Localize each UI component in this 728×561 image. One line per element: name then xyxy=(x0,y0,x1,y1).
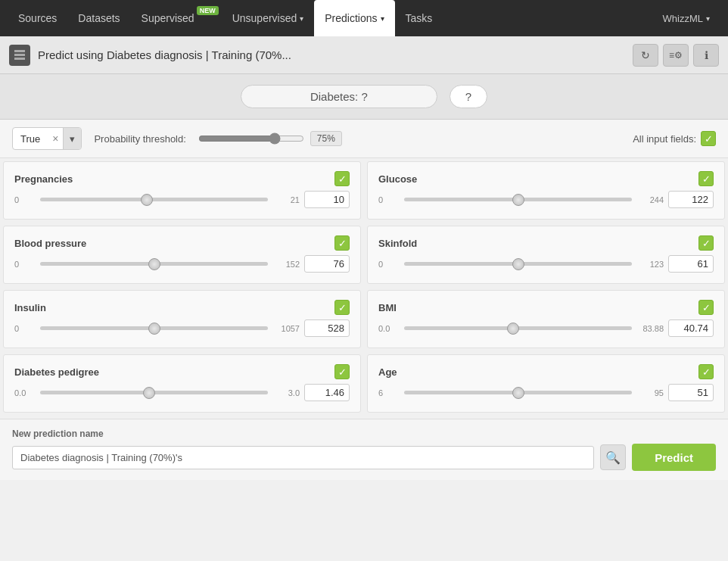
unsupervised-arrow-icon: ▾ xyxy=(300,14,303,23)
slider-thumb[interactable] xyxy=(507,323,519,335)
all-fields-checkbox[interactable]: ✓ xyxy=(701,131,716,146)
field-name: Glucose xyxy=(378,173,417,185)
field-value-input[interactable] xyxy=(304,255,350,273)
all-fields-wrap: All input fields: ✓ xyxy=(633,131,716,146)
field-checkbox[interactable]: ✓ xyxy=(698,364,714,379)
true-select-clear[interactable]: × xyxy=(48,132,63,145)
slider-track xyxy=(404,326,632,330)
info-icon: ℹ xyxy=(705,49,708,61)
slider-wrap xyxy=(404,257,632,272)
slider-wrap xyxy=(40,385,268,400)
search-icon: 🔍 xyxy=(605,450,621,465)
field-min: 0 xyxy=(14,195,36,204)
all-fields-label: All input fields: xyxy=(633,133,696,145)
field-checkbox[interactable]: ✓ xyxy=(698,171,714,186)
field-checkbox[interactable]: ✓ xyxy=(334,300,350,315)
nav-datasets[interactable]: Datasets xyxy=(67,0,130,36)
settings-icon: ≡⚙ xyxy=(669,50,683,61)
slider-thumb[interactable] xyxy=(148,323,160,335)
field-value-input[interactable] xyxy=(304,319,350,337)
top-nav: Sources Datasets Supervised NEW Unsuperv… xyxy=(0,0,728,36)
nav-predictions-label: Predictions xyxy=(325,12,377,24)
prob-threshold-label: Probability threshold: xyxy=(94,133,185,145)
header-title: Predict using Diabetes diagnosis | Train… xyxy=(38,48,625,61)
nav-unsupervised[interactable]: Unsupervised ▾ xyxy=(222,0,315,36)
field-value-input[interactable] xyxy=(668,319,714,337)
predict-output-value: ? xyxy=(450,85,487,108)
slider-wrap xyxy=(40,192,268,207)
nav-sources-label: Sources xyxy=(18,12,57,24)
header-actions: ↻ ≡⚙ ℹ xyxy=(633,44,719,67)
field-max: 152 xyxy=(272,260,300,269)
prob-slider-wrap: 75% xyxy=(198,131,342,146)
field-header: Age ✓ xyxy=(378,364,714,379)
nav-sources[interactable]: Sources xyxy=(8,0,67,36)
true-select[interactable]: True × ▾ xyxy=(12,127,82,150)
nav-user[interactable]: WhizzML ▾ xyxy=(652,0,720,36)
info-button[interactable]: ℹ xyxy=(693,44,719,67)
field-header: Blood pressure ✓ xyxy=(14,235,350,251)
field-checkbox[interactable]: ✓ xyxy=(334,364,350,379)
field-value-input[interactable] xyxy=(668,255,714,273)
settings-button[interactable]: ≡⚙ xyxy=(663,44,689,67)
slider-track xyxy=(40,198,268,201)
nav-predictions[interactable]: Predictions ▾ xyxy=(314,0,394,36)
predict-button[interactable]: Predict xyxy=(632,444,716,471)
field-min: 0 xyxy=(378,195,400,204)
slider-wrap xyxy=(404,385,632,400)
bottom-row: 🔍 Predict xyxy=(12,444,716,471)
field-checkbox[interactable]: ✓ xyxy=(698,300,714,315)
slider-track xyxy=(40,262,268,266)
user-arrow-icon: ▾ xyxy=(706,14,710,23)
new-pred-label: New prediction name xyxy=(12,429,716,439)
slider-thumb[interactable] xyxy=(512,194,524,206)
pred-name-input[interactable] xyxy=(12,446,594,469)
slider-thumb[interactable] xyxy=(512,387,524,399)
slider-thumb[interactable] xyxy=(141,194,153,206)
slider-track xyxy=(404,262,632,266)
nav-user-label: WhizzML xyxy=(663,13,703,24)
nav-supervised[interactable]: Supervised NEW xyxy=(131,0,222,36)
field-max: 244 xyxy=(636,195,664,204)
field-cell-blood-pressure: Blood pressure ✓ 0 152 xyxy=(3,226,361,284)
predictions-arrow-icon: ▾ xyxy=(381,14,384,23)
field-checkbox[interactable]: ✓ xyxy=(698,235,714,251)
true-select-value: True xyxy=(13,133,48,145)
slider-track xyxy=(404,198,632,201)
field-cell-glucose: Glucose ✓ 0 244 xyxy=(367,161,725,220)
field-name: Skinfold xyxy=(378,238,417,249)
field-max: 3.0 xyxy=(272,388,300,397)
field-max: 83.88 xyxy=(636,324,664,333)
controls-bar: True × ▾ Probability threshold: 75% All … xyxy=(0,120,728,158)
field-value-input[interactable] xyxy=(304,191,350,208)
true-select-arrow-icon[interactable]: ▾ xyxy=(63,128,81,149)
nav-supervised-label: Supervised xyxy=(142,12,194,24)
field-cell-bmi: BMI ✓ 0.0 83.88 xyxy=(367,290,725,348)
field-cell-pregnancies: Pregnancies ✓ 0 21 xyxy=(3,161,361,220)
slider-thumb[interactable] xyxy=(148,258,160,270)
field-min: 0 xyxy=(14,260,36,269)
field-value-input[interactable] xyxy=(304,384,350,401)
field-name: Pregnancies xyxy=(14,173,73,185)
field-value-input[interactable] xyxy=(668,191,714,208)
prob-threshold-slider[interactable] xyxy=(198,132,304,145)
field-name: BMI xyxy=(378,302,397,313)
svg-rect-1 xyxy=(14,54,25,56)
field-min: 0.0 xyxy=(378,324,400,333)
field-min: 0.0 xyxy=(14,388,36,397)
field-name: Diabetes pedigree xyxy=(14,366,99,378)
nav-unsupervised-label: Unsupervised xyxy=(232,12,297,24)
slider-track xyxy=(40,326,268,330)
slider-thumb[interactable] xyxy=(512,258,524,270)
slider-wrap xyxy=(40,321,268,336)
search-button[interactable]: 🔍 xyxy=(600,444,626,470)
header-bar: Predict using Diabetes diagnosis | Train… xyxy=(0,36,728,74)
field-checkbox[interactable]: ✓ xyxy=(334,235,350,251)
slider-thumb[interactable] xyxy=(143,387,155,399)
refresh-button[interactable]: ↻ xyxy=(633,44,658,67)
field-header: Glucose ✓ xyxy=(378,171,714,186)
field-value-input[interactable] xyxy=(668,384,714,401)
nav-tasks[interactable]: Tasks xyxy=(395,0,443,36)
field-cell-age: Age ✓ 6 95 xyxy=(367,354,725,413)
field-checkbox[interactable]: ✓ xyxy=(334,171,350,186)
